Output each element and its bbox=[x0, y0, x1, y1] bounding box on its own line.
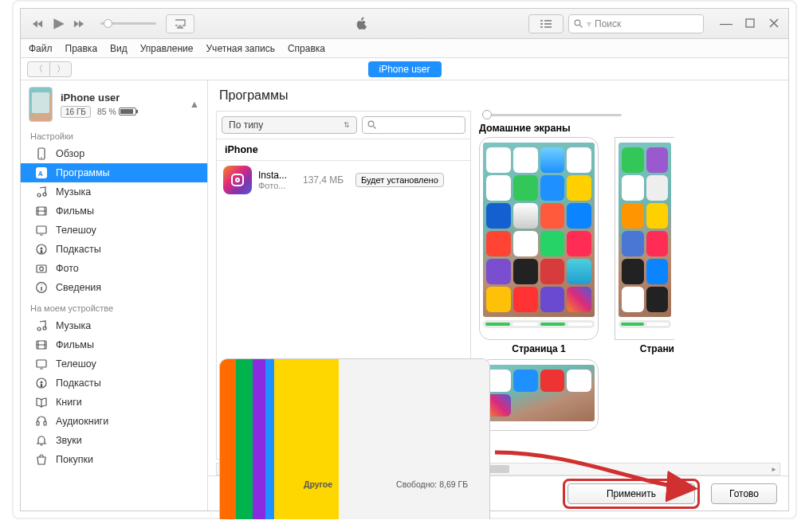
storage-chip: 16 ГБ bbox=[61, 106, 91, 118]
menu-file[interactable]: Файл bbox=[29, 43, 53, 54]
menu-view[interactable]: Вид bbox=[110, 43, 128, 54]
svg-rect-8 bbox=[37, 226, 46, 233]
device-name: iPhone user bbox=[61, 92, 182, 104]
menu-help[interactable]: Справка bbox=[288, 43, 325, 54]
main-title: Программы bbox=[208, 80, 788, 111]
podcast-icon bbox=[35, 377, 48, 389]
sidebar-item-tv[interactable]: Телешоу bbox=[21, 221, 207, 240]
instagram-icon bbox=[223, 166, 252, 194]
playback-controls bbox=[27, 17, 89, 31]
app-category: Фото... bbox=[258, 181, 297, 190]
capacity-other-label: Другое bbox=[304, 479, 332, 489]
audiobook-icon bbox=[35, 415, 48, 428]
nav-row: 〈 〉 iPhone user bbox=[21, 58, 788, 80]
eject-icon[interactable]: ▲ bbox=[190, 99, 199, 110]
app-name: Insta... bbox=[258, 170, 297, 181]
movies-icon bbox=[35, 338, 48, 351]
screen-caption: Страница 1 bbox=[479, 343, 599, 354]
music-icon bbox=[35, 319, 48, 332]
svg-rect-17 bbox=[37, 360, 46, 367]
books-icon bbox=[35, 396, 48, 409]
battery-status: 85 % bbox=[97, 107, 136, 116]
prev-icon[interactable] bbox=[32, 18, 43, 29]
svg-point-19 bbox=[41, 381, 43, 384]
home-screen-2-partial[interactable]: Страни bbox=[615, 137, 674, 434]
svg-point-15 bbox=[43, 327, 46, 330]
menu-account[interactable]: Учетная запись bbox=[206, 43, 275, 54]
podcast-icon bbox=[35, 243, 48, 256]
body: iPhone user 16 ГБ 85 % ▲ Настройки Обзор… bbox=[21, 80, 788, 510]
volume-slider[interactable] bbox=[100, 22, 156, 25]
tv-icon bbox=[35, 358, 48, 370]
ondev-music[interactable]: Музыка bbox=[21, 316, 207, 335]
sidebar-item-photos[interactable]: Фото bbox=[21, 259, 207, 278]
list-view-button[interactable] bbox=[528, 14, 564, 33]
app-row[interactable]: Insta... Фото... 137,4 МБ Будет установл… bbox=[217, 161, 470, 199]
section-ondevice: На моем устройстве bbox=[21, 297, 207, 316]
screen-caption: Страни bbox=[615, 343, 674, 354]
sort-dropdown[interactable]: По типу ⇅ bbox=[222, 116, 357, 134]
sidebar-item-info[interactable]: Сведения bbox=[21, 278, 207, 297]
movies-icon bbox=[35, 205, 48, 217]
svg-point-6 bbox=[43, 193, 46, 196]
chevron-updown-icon: ⇅ bbox=[344, 121, 350, 129]
bell-icon bbox=[35, 434, 48, 447]
sidebar-item-podcasts[interactable]: Подкасты bbox=[21, 240, 207, 259]
home-screens-title: Домашние экраны bbox=[479, 123, 780, 137]
sidebar-item-music[interactable]: Музыка bbox=[21, 182, 207, 201]
photo-icon bbox=[35, 262, 48, 275]
svg-point-0 bbox=[575, 20, 580, 25]
footer: Другое Свободно: 8,69 ГБ Применить Готов… bbox=[208, 475, 788, 510]
app-action-button[interactable]: Будет установлено bbox=[355, 173, 444, 187]
ondev-tones[interactable]: Звуки bbox=[21, 431, 207, 450]
svg-point-12 bbox=[40, 267, 44, 271]
minimize-button[interactable]: — bbox=[718, 17, 734, 31]
ondev-movies[interactable]: Фильмы bbox=[21, 335, 207, 354]
apple-logo bbox=[201, 17, 522, 31]
nav-forward-button[interactable]: 〉 bbox=[49, 61, 72, 77]
svg-rect-1 bbox=[746, 19, 754, 27]
ondev-podcasts[interactable]: Подкасты bbox=[21, 374, 207, 393]
home-screen-1[interactable]: Страница 1 bbox=[479, 137, 599, 434]
menu-controls[interactable]: Управление bbox=[140, 43, 194, 54]
app-size: 137,4 МБ bbox=[303, 174, 349, 186]
summary-icon bbox=[35, 147, 48, 160]
sidebar-item-movies[interactable]: Фильмы bbox=[21, 201, 207, 221]
capacity-free-label: Свободно: 8,69 ГБ bbox=[396, 479, 468, 489]
ondev-tv[interactable]: Телешоу bbox=[21, 354, 207, 374]
ondev-audiobooks[interactable]: Аудиокниги bbox=[21, 412, 207, 431]
device-image bbox=[29, 87, 53, 122]
info-icon bbox=[35, 281, 48, 294]
window-controls: — bbox=[718, 17, 782, 31]
search-icon bbox=[367, 120, 377, 130]
maximize-button[interactable] bbox=[742, 17, 758, 31]
itunes-window: ▾ Поиск — Файл Правка Вид Управление Уче… bbox=[20, 8, 789, 511]
apply-button[interactable]: Применить bbox=[567, 483, 695, 504]
tv-icon bbox=[35, 224, 48, 237]
sidebar-item-summary[interactable]: Обзор bbox=[21, 144, 207, 163]
device-header: iPhone user 16 ГБ 85 % ▲ bbox=[21, 80, 207, 125]
nav-back-button[interactable]: 〈 bbox=[27, 61, 49, 77]
apps-icon bbox=[35, 166, 48, 179]
search-icon bbox=[574, 19, 583, 29]
search-input[interactable]: ▾ Поиск bbox=[568, 14, 704, 33]
svg-point-14 bbox=[37, 327, 41, 331]
svg-point-10 bbox=[41, 248, 43, 250]
app-search-input[interactable] bbox=[362, 116, 465, 134]
sidebar-item-apps[interactable]: Программы bbox=[21, 163, 207, 182]
search-placeholder: Поиск bbox=[595, 18, 621, 29]
music-icon bbox=[35, 186, 48, 198]
next-icon[interactable] bbox=[73, 18, 84, 29]
main: Программы По типу ⇅ iPhone bbox=[208, 80, 788, 510]
done-button[interactable]: Готово bbox=[711, 483, 777, 504]
svg-point-22 bbox=[368, 121, 374, 127]
ondev-purchases[interactable]: Покупки bbox=[21, 450, 207, 469]
device-pill[interactable]: iPhone user bbox=[367, 61, 441, 77]
close-button[interactable] bbox=[766, 17, 782, 31]
home-screens-panel: Домашние экраны bbox=[479, 111, 780, 460]
play-icon[interactable] bbox=[51, 17, 65, 31]
menu-edit[interactable]: Правка bbox=[65, 43, 98, 54]
zoom-slider[interactable] bbox=[482, 114, 622, 116]
airplay-button[interactable] bbox=[166, 14, 194, 33]
ondev-books[interactable]: Книги bbox=[21, 393, 207, 412]
